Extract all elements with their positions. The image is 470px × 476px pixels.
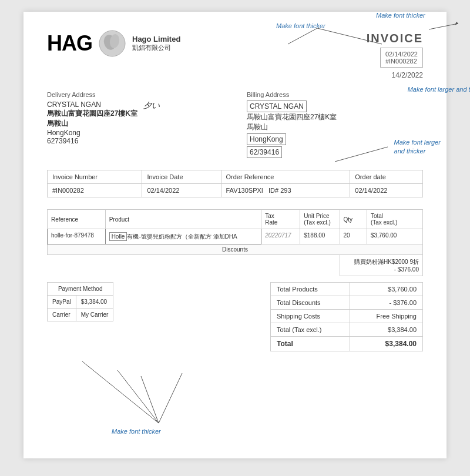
svg-line-9: [118, 370, 159, 423]
annotation-arrow-1: [429, 21, 464, 32]
details-invoice-number: #IN000282: [48, 184, 142, 197]
totals-table: Total Products $3,760.00 Total Discounts…: [270, 282, 423, 351]
bottom-section: Payment Method PayPal $3,384.00 Carrier …: [47, 282, 423, 351]
logo-area: HAG Hago Limited 凱鋁有限公司: [47, 29, 180, 58]
invoice-date-in-box: 02/14/2022: [385, 51, 418, 58]
billing-phone: 62/39416: [247, 146, 282, 158]
col-header-product: Product: [105, 210, 261, 229]
details-order-date: 02/14/2022: [350, 184, 423, 197]
logo-text: HAG: [47, 31, 92, 56]
delivery-line2: 馬鞍山: [47, 119, 137, 129]
billing-name: CRYSTAL NGAN: [247, 100, 307, 112]
total-excl-label: Total (Tax excl.): [271, 323, 350, 337]
annotation-top-label: Make font thicker: [276, 22, 325, 29]
total-products-row: Total Products $3,760.00: [271, 283, 423, 296]
billing-line1: 馬鞍山富寶花園四座27樓K室: [247, 112, 423, 122]
details-invoice-date: 02/14/2022: [142, 184, 221, 197]
total-products-label: Total Products: [271, 283, 350, 296]
details-header-invoice-date: Invoice Date: [142, 170, 221, 184]
billing-address-label: Billing Address: [247, 91, 423, 98]
annotation-bottom-label: Make font thicker: [112, 428, 161, 435]
svg-line-11: [159, 373, 182, 423]
product-total: $3,760.00: [367, 229, 422, 244]
billing-city: HongKong: [247, 133, 286, 145]
grand-total-label: Total: [271, 337, 350, 351]
grand-total-row: Total $3,384.00: [271, 337, 423, 351]
shipping-label: Shipping Costs: [271, 310, 350, 323]
payment-method-row: PayPal $3,384.00: [48, 296, 113, 309]
discount-detail-row: 購買奶粉滿HK$2000 9折 - $376.00: [48, 255, 423, 276]
company-name-zh: 凱鋁有限公司: [132, 43, 180, 52]
annotation-right-label: Make font largerand thicker: [394, 138, 441, 156]
delivery-line3: HongKong: [47, 129, 137, 137]
delivery-address-label: Delivery Address: [47, 91, 223, 98]
totals-section: Total Products $3,760.00 Total Discounts…: [270, 282, 423, 351]
total-products-value: $3,760.00: [350, 283, 422, 296]
delivery-line1: 馬鞍山富寶花園四座27樓K室: [47, 109, 137, 119]
invoice-meta-box: 02/14/2022 #IN000282: [380, 48, 423, 68]
addresses-section: Delivery Address CRYSTAL NGAN 馬鞍山富寶花園四座2…: [47, 91, 423, 158]
annotation-make-font-thicker-top: Make font thicker: [376, 12, 425, 19]
details-order-reference: FAV130SPXI ID# 293: [221, 184, 350, 197]
invoice-details-table: Invoice Number Invoice Date Order Refere…: [47, 170, 423, 197]
company-name-en: Hago Limited: [132, 35, 180, 43]
payment-method-name: PayPal: [48, 296, 76, 309]
svg-marker-4: [455, 22, 458, 25]
invoice-number-in-box: #IN000282: [385, 58, 418, 65]
details-header-order-date: Order date: [350, 170, 423, 184]
invoice-date-line: 14/2/2022: [392, 71, 423, 79]
delivery-phone: 62739416: [47, 137, 137, 145]
discounts-label: Discounts: [48, 244, 423, 255]
discount-amount: - $376.00: [344, 266, 419, 273]
payment-table: Payment Method PayPal $3,384.00 Carrier …: [47, 282, 113, 321]
grand-total-value: $3,384.00: [350, 337, 422, 351]
col-header-total: Total(Tax excl.): [367, 210, 422, 229]
annotation-make-font-larger: Make font larger and thicker: [408, 85, 470, 93]
product-lot: 20220717: [261, 229, 300, 244]
carrier-value: My Carrier: [76, 309, 113, 321]
invoice-title: INVOICE: [367, 32, 423, 45]
total-excl-value: $3,384.00: [350, 323, 422, 337]
shipping-value: Free Shipping: [350, 310, 422, 323]
delivery-address: Delivery Address CRYSTAL NGAN 馬鞍山富寶花園四座2…: [47, 91, 223, 158]
col-header-unit-price: Unit Price(Tax excl.): [300, 210, 340, 229]
col-header-reference: Reference: [48, 210, 106, 229]
payment-section: Payment Method PayPal $3,384.00 Carrier …: [47, 282, 258, 351]
svg-line-3: [429, 24, 458, 29]
products-table: Reference Product TaxRate Unit Price(Tax…: [47, 209, 423, 276]
discounts-row: Discounts: [48, 244, 423, 255]
delivery-name: CRYSTAL NGAN: [47, 100, 137, 109]
product-row: holle-for-879478 Holle有機-號嬰兒奶粉配方（全新配方 添加…: [48, 229, 423, 244]
total-discounts-row: Total Discounts - $376.00: [271, 296, 423, 310]
company-name: Hago Limited 凱鋁有限公司: [132, 35, 180, 52]
payment-method-amount: $3,384.00: [76, 296, 113, 309]
product-qty: 20: [340, 229, 367, 244]
svg-line-8: [82, 361, 159, 423]
product-reference: holle-for-879478: [48, 229, 106, 244]
carrier-row: Carrier My Carrier: [48, 309, 113, 321]
total-discounts-value: - $376.00: [350, 296, 422, 310]
col-header-qty: Qty: [340, 210, 367, 229]
svg-line-10: [141, 376, 159, 423]
payment-method-header: Payment Method: [48, 283, 113, 296]
total-discounts-label: Total Discounts: [271, 296, 350, 310]
product-description: Holle有機-號嬰兒奶粉配方（全新配方 添加DHA: [105, 229, 261, 244]
total-excl-row: Total (Tax excl.) $3,384.00: [271, 323, 423, 337]
billing-line2: 馬鞍山: [247, 122, 423, 132]
carrier-label: Carrier: [48, 309, 76, 321]
product-unit-price: $188.00: [300, 229, 340, 244]
details-header-invoice-number: Invoice Number: [48, 170, 142, 184]
discount-description: 購買奶粉滿HK$2000 9折: [344, 258, 419, 266]
logo-icon: [98, 29, 126, 58]
col-header-tax-rate: TaxRate: [261, 210, 300, 229]
details-header-order-reference: Order Reference: [221, 170, 350, 184]
header: HAG Hago Limited 凱鋁有限公司 Make font thicke…: [47, 29, 423, 79]
shipping-row: Shipping Costs Free Shipping: [271, 310, 423, 323]
invoice-page: HAG Hago Limited 凱鋁有限公司 Make font thicke…: [24, 12, 446, 458]
delivery-signature: 夕い: [143, 100, 160, 111]
